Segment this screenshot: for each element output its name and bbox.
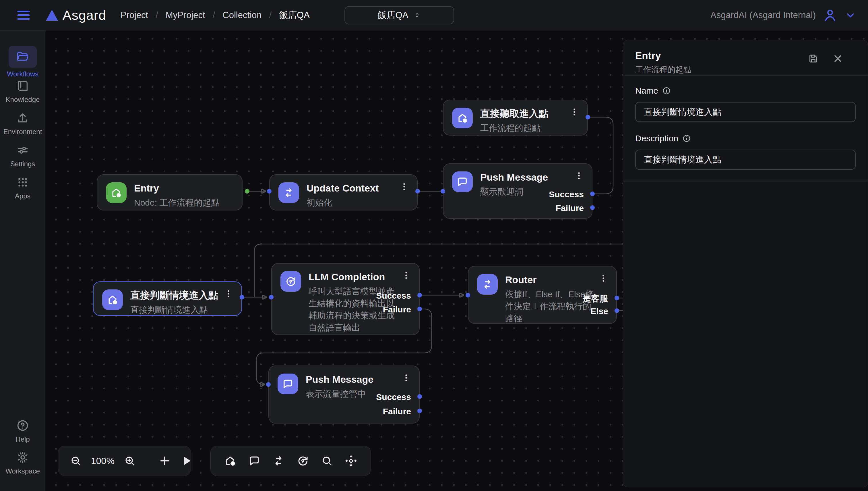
close-icon[interactable]	[832, 53, 844, 64]
swap-arrows-icon	[477, 274, 498, 295]
sidebar-item-knowledge[interactable]: Knowledge	[0, 78, 46, 104]
asgard-logo-icon	[46, 10, 58, 21]
kebab-menu-icon[interactable]	[574, 171, 586, 182]
node-push-message-throttle[interactable]: Push Message 表示流量控管中 Success Failure	[268, 366, 420, 424]
upload-icon	[16, 111, 29, 125]
kebab-menu-icon[interactable]	[223, 289, 235, 300]
workflow-selector-value: 飯店QA	[378, 9, 409, 21]
folder-open-icon	[16, 50, 29, 63]
sidebar-item-workspace[interactable]: Workspace	[0, 450, 46, 475]
kebab-menu-icon[interactable]	[569, 107, 581, 119]
breadcrumb-workflow[interactable]: 飯店QA	[279, 9, 310, 21]
node-router[interactable]: Router 依據If、Else If、Else條件決定工作流程執行的路徑 是客…	[468, 266, 617, 324]
add-update-context-node-button[interactable]	[272, 454, 285, 467]
sliders-icon	[16, 144, 29, 157]
sidebar-item-label: Workflows	[0, 70, 46, 78]
description-field[interactable]	[635, 150, 856, 170]
breadcrumb: Project / MyProject / Collection / 飯店QA	[121, 9, 310, 21]
node-inspector-panel: Entry 工作流程的起點 Name Description	[623, 40, 868, 487]
name-field[interactable]	[635, 102, 856, 122]
sidebar-item-help[interactable]: Help	[0, 418, 46, 443]
breadcrumb-separator: /	[156, 10, 158, 20]
refresh-bulb-icon	[280, 271, 301, 292]
workflow-selector-dropdown[interactable]: 飯店QA	[345, 6, 454, 24]
move-diamond-icon	[345, 454, 358, 467]
top-navbar: Asgard Project / MyProject / Collection …	[0, 0, 868, 30]
pan-tool-button[interactable]	[345, 454, 358, 467]
zoom-toolbar: 100%	[58, 445, 191, 476]
sidebar-item-label: Help	[0, 435, 46, 443]
refresh-bulb-icon	[296, 454, 309, 467]
house-plus-icon	[106, 182, 127, 203]
run-workflow-button[interactable]	[180, 454, 193, 467]
field-label-text: Description	[635, 134, 678, 143]
sidebar-item-workflows[interactable]: Workflows	[0, 46, 46, 78]
zoom-level: 100%	[91, 456, 115, 466]
output-port-customer-service: 是客服	[582, 293, 608, 305]
node-title: 直接判斷情境進入點	[130, 289, 218, 301]
play-icon	[180, 454, 193, 467]
chat-bubble-icon	[452, 171, 473, 192]
output-port-failure: Failure	[556, 203, 584, 213]
add-entry-node-button[interactable]	[223, 454, 237, 467]
node-title: 直接聽取進入點	[480, 108, 548, 119]
zoom-out-button[interactable]	[69, 454, 82, 467]
node-update-context[interactable]: Update Context 初始化	[269, 174, 418, 210]
user-avatar-icon[interactable]	[822, 8, 838, 23]
node-subtitle: 直接判斷情境進入點	[130, 304, 218, 316]
kebab-menu-icon[interactable]	[598, 273, 610, 285]
breadcrumb-collection[interactable]: Collection	[222, 10, 262, 20]
kebab-menu-icon[interactable]	[399, 182, 411, 193]
sidebar-item-label: Environment	[0, 128, 46, 136]
zoom-in-button[interactable]	[123, 454, 136, 467]
house-plus-icon	[452, 108, 473, 128]
sidebar-item-label: Knowledge	[0, 96, 46, 104]
panel-subtitle: 工作流程的起點	[635, 64, 856, 75]
add-push-message-node-button[interactable]	[248, 454, 261, 467]
search-icon	[320, 454, 333, 467]
kebab-menu-icon[interactable]	[401, 373, 413, 384]
search-button[interactable]	[320, 454, 333, 467]
sidebar-item-environment[interactable]: Environment	[0, 111, 46, 136]
sidebar-item-settings[interactable]: Settings	[0, 143, 46, 168]
node-subtitle: 顯示歡迎詞	[480, 186, 548, 198]
info-icon[interactable]	[662, 86, 671, 95]
zoom-in-icon	[123, 454, 136, 467]
menu-icon[interactable]	[16, 8, 31, 23]
breadcrumb-separator: /	[269, 10, 272, 20]
panel-divider	[623, 181, 868, 181]
breadcrumb-myproject[interactable]: MyProject	[166, 10, 205, 20]
swap-arrows-icon	[278, 182, 299, 203]
output-port-failure: Failure	[383, 407, 411, 416]
node-direct-listen-entry[interactable]: 直接聽取進入點 工作流程的起點	[443, 99, 588, 136]
node-description: 依據If、Else If、Else條件決定工作流程執行的路徑	[505, 288, 595, 324]
node-llm-completion[interactable]: LLM Completion 呼叫大型語言模型並產生結構化的資料輸出以輔助流程的…	[271, 263, 420, 335]
sidebar: Workflows Knowledge Environment Settings…	[0, 30, 46, 491]
breadcrumb-separator: /	[213, 10, 215, 20]
kebab-menu-icon[interactable]	[401, 270, 413, 282]
description-field-label: Description	[635, 134, 856, 143]
chat-bubble-icon	[248, 454, 261, 467]
sidebar-item-apps[interactable]: Apps	[0, 175, 46, 200]
output-port-failure: Failure	[383, 305, 411, 314]
node-title: LLM Completion	[308, 271, 395, 283]
node-title: Entry	[134, 182, 219, 194]
node-title: Router	[505, 274, 595, 286]
node-entry[interactable]: Entry Node: 工作流程的起點	[97, 174, 243, 210]
chat-bubble-icon	[277, 374, 298, 394]
node-push-message-welcome[interactable]: Push Message 顯示歡迎詞 Success Failure	[443, 163, 593, 219]
info-icon[interactable]	[682, 134, 691, 143]
breadcrumb-project[interactable]: Project	[121, 10, 148, 20]
node-palette-toolbar	[210, 445, 371, 476]
save-icon[interactable]	[807, 53, 819, 64]
add-llm-node-button[interactable]	[296, 454, 309, 467]
node-subtitle: 表示流量控管中	[306, 388, 373, 400]
add-button[interactable]	[158, 454, 171, 467]
output-port-else: Else	[591, 307, 608, 316]
node-direct-judge-entry[interactable]: 直接判斷情境進入點 直接判斷情境進入點	[93, 281, 242, 316]
sidebar-item-label: Workspace	[0, 467, 46, 475]
swap-arrows-icon	[272, 454, 285, 467]
house-plus-icon	[223, 454, 237, 467]
gear-icon	[16, 451, 29, 464]
account-chevron-down-icon[interactable]	[844, 9, 857, 21]
